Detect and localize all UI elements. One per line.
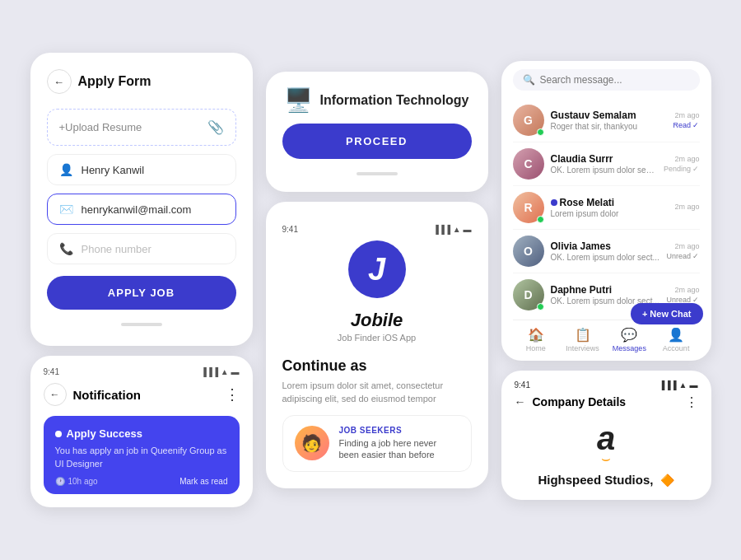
message-time: 2m ago	[666, 242, 699, 250]
company-time: 9:41	[515, 380, 530, 390]
search-icon: 🔍	[523, 74, 535, 86]
amazon-smile: ⌣	[515, 450, 698, 468]
notif-dot	[55, 431, 62, 437]
nav-interviews[interactable]: 📋 Interviews	[559, 327, 606, 352]
email-icon: ✉️	[59, 203, 73, 216]
message-item-gustauv[interactable]: G Gustauv Semalam Roger that sir, thanky…	[513, 99, 700, 142]
online-indicator	[537, 303, 544, 310]
message-body-olivia: Olivia James OK. Lorem ipsum dolor sect.…	[551, 240, 660, 262]
avatar-initials: R	[524, 201, 532, 214]
phone-field[interactable]: 📞	[47, 233, 236, 264]
email-field[interactable]: ✉️	[47, 194, 236, 225]
upload-resume-box[interactable]: +Upload Resume 📎	[47, 109, 236, 146]
message-time: 2m ago	[673, 111, 699, 119]
message-preview: OK. Lorem ipsum dolor sect...	[551, 253, 660, 262]
avatar-initials: G	[524, 114, 533, 127]
jobile-time: 9:41	[282, 225, 298, 234]
message-body-daphne: Daphne Putri OK. Lorem ipsum dolor sect.…	[551, 284, 660, 306]
jobile-letter: J	[368, 252, 385, 287]
company-details-card: 9:41 ▐▐▐ ▲ ▬ ← Company Details ⋮ a ⌣ Hig…	[501, 371, 711, 500]
company-header: ← Company Details ⋮	[515, 394, 698, 410]
jobile-logo: J	[348, 240, 406, 298]
seeker-info: JOB SEEKERS Finding a job here never bee…	[339, 426, 459, 461]
notif-time: 🕐 10h ago	[55, 477, 98, 486]
continue-as-title: Continue as	[282, 357, 472, 375]
proceed-button[interactable]: PROCEED	[282, 124, 472, 159]
seeker-tag: JOB SEEKERS	[339, 426, 459, 435]
phone-input[interactable]	[82, 243, 224, 255]
avatar-daphne: D	[513, 279, 544, 310]
message-meta: 2m ago	[674, 203, 699, 212]
apply-form-back-button[interactable]: ←	[47, 69, 72, 94]
company-title: Company Details	[533, 395, 627, 408]
notif-item-header: Apply Success	[55, 427, 228, 440]
account-nav-icon: 👤	[668, 327, 684, 343]
home-nav-icon: 🏠	[528, 327, 544, 343]
message-time: 2m ago	[664, 155, 700, 163]
notif-success-title: Apply Success	[67, 427, 143, 440]
nav-interviews-label: Interviews	[566, 344, 599, 352]
interviews-nav-icon: 📋	[575, 327, 591, 343]
continue-as-desc: Lorem ipsum dolor sit amet, consectetur …	[282, 380, 472, 405]
person-icon: 👤	[59, 163, 73, 176]
message-status: Read ✓	[673, 121, 699, 129]
monitor-icon: 🖥️	[284, 86, 313, 114]
avatar-initials: O	[524, 245, 533, 258]
avatar-olivia: O	[513, 236, 544, 267]
apply-form-title: Apply Form	[78, 74, 151, 89]
apply-job-button[interactable]: APPLY JOB	[47, 276, 236, 310]
new-chat-button[interactable]: + New Chat	[631, 303, 703, 324]
name-input[interactable]	[82, 164, 224, 176]
sender-name: Claudia Surrr	[551, 153, 657, 165]
signal-icon: ▐▐▐	[659, 380, 676, 390]
mark-as-read-button[interactable]: Mark as read	[179, 477, 227, 486]
sender-name: Olivia James	[551, 240, 660, 252]
avatar-initials: D	[524, 288, 532, 301]
company-menu-button[interactable]: ⋮	[685, 394, 698, 410]
company-back-button[interactable]: ←	[515, 395, 526, 408]
apply-form-card: ← Apply Form +Upload Resume 📎 👤 ✉️ 📞 APP…	[30, 53, 253, 346]
message-meta: 2m ago Read ✓	[673, 111, 699, 129]
avatar-claudia: C	[513, 148, 544, 180]
status-bar: 9:41 ▐▐▐ ▲ ▬	[44, 367, 240, 376]
job-seekers-card[interactable]: 🧑 JOB SEEKERS Finding a job here never b…	[282, 415, 472, 472]
message-body-gustauv: Gustauv Semalam Roger that sir, thankyou	[551, 110, 667, 131]
notification-header: ← Notification ⋮	[44, 383, 240, 406]
clock-icon: 🕐	[55, 477, 65, 486]
notification-menu-button[interactable]: ⋮	[225, 385, 240, 404]
nav-home[interactable]: 🏠 Home	[513, 327, 560, 352]
nav-messages[interactable]: 💬 Messages	[606, 327, 653, 352]
messages-nav-icon: 💬	[621, 327, 637, 343]
email-input[interactable]	[82, 203, 224, 216]
message-item-rose[interactable]: R Rose Melati Lorem ipsum dolor 2m ago	[513, 186, 700, 230]
notif-success-body: You has apply an job in Queenify Group a…	[55, 445, 228, 470]
name-field[interactable]: 👤	[47, 154, 236, 185]
middle-column: 🖥️ Information Technology PROCEED 9:41 ▐…	[266, 72, 488, 488]
sender-name: Gustauv Semalam	[551, 110, 667, 121]
notification-back-button[interactable]: ←	[44, 383, 67, 406]
jobile-splash-card: 9:41 ▐▐▐ ▲ ▬ J Jobile Job Finder iOS App…	[266, 202, 488, 488]
upload-icon: 📎	[207, 119, 224, 135]
company-header-left: ← Company Details	[515, 395, 627, 408]
message-status: Pending ✓	[664, 165, 700, 173]
battery-icon: ▬	[690, 380, 698, 390]
seeker-avatar: 🧑	[295, 426, 329, 460]
bottom-nav: 🏠 Home 📋 Interviews 💬 Messages 👤 Account	[513, 320, 700, 361]
message-item-olivia[interactable]: O Olivia James OK. Lorem ipsum dolor sec…	[513, 230, 700, 273]
verified-icon: 🔶	[660, 474, 674, 487]
notification-item[interactable]: Apply Success You has apply an job in Qu…	[44, 416, 240, 494]
online-indicator	[537, 216, 544, 223]
infotech-card: 🖥️ Information Technology PROCEED	[266, 72, 488, 192]
jobile-app-name: Jobile	[282, 310, 472, 331]
jobile-app-sub: Job Finder iOS App	[282, 333, 472, 343]
message-item-claudia[interactable]: C Claudia Surrr OK. Lorem ipsum dolor se…	[513, 142, 700, 186]
message-preview: Lorem ipsum dolor	[551, 209, 669, 218]
nav-account[interactable]: 👤 Account	[653, 327, 700, 352]
unread-dot	[551, 199, 557, 206]
message-meta: 2m ago Unread ✓	[666, 286, 699, 304]
avatar-initials: C	[524, 157, 532, 170]
right-column: 🔍 G Gustauv Semalam Roger that sir, than…	[501, 61, 711, 500]
search-input[interactable]	[540, 74, 690, 86]
search-bar[interactable]: 🔍	[513, 69, 700, 91]
message-meta: 2m ago Pending ✓	[664, 155, 700, 173]
